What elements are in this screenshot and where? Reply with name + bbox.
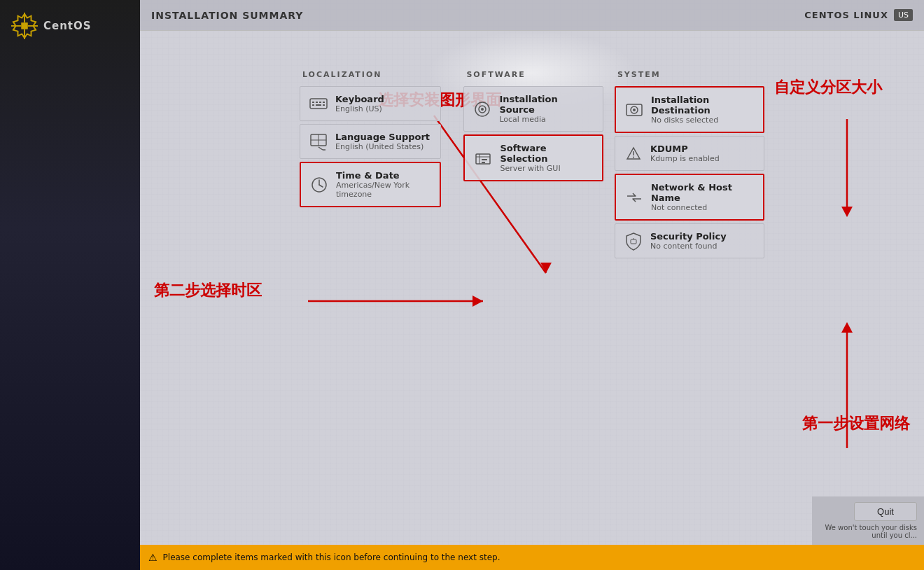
security-policy-subtitle: No content found xyxy=(650,242,727,251)
software-selection-title: Software Selection xyxy=(500,143,594,164)
software-selection-text: Software Selection Server with GUI xyxy=(500,143,594,173)
annotation-custom-partition: 自定义分区大小 xyxy=(774,77,882,98)
svg-marker-8 xyxy=(540,263,552,273)
svg-point-43 xyxy=(633,157,634,158)
language-support-text: Language Support English (United States) xyxy=(335,132,430,151)
language-support-icon xyxy=(309,132,328,151)
software-header: SOFTWARE xyxy=(463,70,592,79)
annotation-select-timezone: 第二步选择时区 xyxy=(154,280,262,301)
keyboard-text: Keyboard English (US) xyxy=(335,94,384,113)
installation-destination-tile[interactable]: Installation Destination No disks select… xyxy=(615,86,764,133)
installation-source-icon xyxy=(472,99,492,119)
installation-destination-icon xyxy=(624,100,644,120)
network-host-name-icon xyxy=(624,188,644,207)
warning-icon: ⚠ xyxy=(148,552,158,563)
svg-rect-19 xyxy=(323,102,325,103)
network-host-name-tile[interactable]: Network & Host Name Not connected xyxy=(615,174,764,221)
bottombar: ⚠ Please complete items marked with this… xyxy=(140,545,924,570)
svg-marker-12 xyxy=(841,207,853,217)
installation-destination-title: Installation Destination xyxy=(651,95,755,116)
software-selection-subtitle: Server with GUI xyxy=(500,164,594,173)
svg-marker-10 xyxy=(472,296,483,307)
language-support-subtitle: English (United States) xyxy=(335,142,430,151)
svg-point-41 xyxy=(633,109,636,111)
sections-container: LOCALIZATION Keyboard xyxy=(300,70,764,258)
svg-rect-22 xyxy=(323,104,325,106)
kdump-tile[interactable]: KDUMP Kdump is enabled xyxy=(615,136,764,171)
security-policy-icon xyxy=(624,231,643,251)
installation-source-tile[interactable]: Installation Source Local media xyxy=(463,86,603,132)
installation-destination-text: Installation Destination No disks select… xyxy=(651,95,755,125)
security-policy-tile[interactable]: Security Policy No content found xyxy=(615,223,764,258)
svg-rect-17 xyxy=(316,102,318,103)
software-selection-icon xyxy=(473,148,493,168)
quit-area: Quit We won't touch your disks until you… xyxy=(812,496,924,545)
centos-logo-icon xyxy=(11,13,38,39)
localization-header: LOCALIZATION xyxy=(300,70,441,79)
svg-rect-44 xyxy=(631,239,636,244)
time-date-subtitle: Americas/New York timezone xyxy=(336,181,431,199)
installation-destination-subtitle: No disks selected xyxy=(651,116,755,125)
time-date-icon xyxy=(309,175,329,195)
installation-source-text: Installation Source Local media xyxy=(499,94,594,124)
keyboard-tile[interactable]: Keyboard English (US) xyxy=(300,86,441,121)
network-host-name-title: Network & Host Name xyxy=(651,182,755,203)
svg-line-26 xyxy=(318,147,323,150)
software-section: SOFTWARE Installation Source Local media xyxy=(463,70,592,181)
security-policy-title: Security Policy xyxy=(650,231,727,242)
language-support-tile[interactable]: Language Support English (United States) xyxy=(300,124,441,159)
keyboard-subtitle: English (US) xyxy=(335,104,384,113)
centos-logo-text: CentOS xyxy=(43,20,92,32)
svg-point-33 xyxy=(481,108,484,111)
quit-button[interactable]: Quit xyxy=(854,502,917,521)
time-date-title: Time & Date xyxy=(336,170,431,181)
installation-source-title: Installation Source xyxy=(499,94,594,115)
svg-line-30 xyxy=(319,185,323,187)
system-header: SYSTEM xyxy=(615,70,764,79)
bottombar-text: Please complete items marked with this i… xyxy=(163,552,500,562)
kdump-subtitle: Kdump is enabled xyxy=(650,154,720,163)
svg-marker-14 xyxy=(841,322,853,333)
topbar-right: CENTOS LINUX US xyxy=(804,9,913,21)
svg-rect-2 xyxy=(21,22,28,29)
keyboard-icon xyxy=(309,94,328,113)
keyboard-title: Keyboard xyxy=(335,94,384,104)
software-selection-tile[interactable]: Software Selection Server with GUI xyxy=(463,134,603,181)
main-content: INSTALLATION SUMMARY CENTOS LINUX US 选择安… xyxy=(140,0,924,570)
svg-rect-37 xyxy=(482,159,487,160)
centos-linux-label: CENTOS LINUX xyxy=(804,10,888,20)
svg-rect-16 xyxy=(312,102,314,103)
annotation-setup-network: 第一步设置网络 xyxy=(802,413,910,434)
svg-rect-15 xyxy=(310,99,327,109)
svg-rect-20 xyxy=(312,104,314,106)
installation-title: INSTALLATION SUMMARY xyxy=(151,10,303,21)
svg-rect-18 xyxy=(319,102,321,103)
localization-section: LOCALIZATION Keyboard xyxy=(300,70,441,207)
kdump-icon xyxy=(624,144,643,163)
time-date-tile[interactable]: Time & Date Americas/New York timezone xyxy=(300,162,441,207)
quit-note: We won't touch your disks until you cl..… xyxy=(819,524,917,539)
centos-logo: CentOS xyxy=(0,0,140,52)
svg-rect-38 xyxy=(482,162,485,163)
topbar: INSTALLATION SUMMARY CENTOS LINUX US xyxy=(140,0,924,31)
kdump-title: KDUMP xyxy=(650,144,720,154)
language-support-title: Language Support xyxy=(335,132,430,142)
installation-source-subtitle: Local media xyxy=(499,115,594,124)
sidebar: CentOS xyxy=(0,0,140,570)
language-badge: US xyxy=(894,9,913,21)
svg-rect-21 xyxy=(316,104,321,106)
time-date-text: Time & Date Americas/New York timezone xyxy=(336,170,431,199)
network-host-name-text: Network & Host Name Not connected xyxy=(651,182,755,212)
security-policy-text: Security Policy No content found xyxy=(650,231,727,251)
system-section: SYSTEM Installation Destination No disks… xyxy=(615,70,764,258)
network-host-name-subtitle: Not connected xyxy=(651,203,755,212)
kdump-text: KDUMP Kdump is enabled xyxy=(650,144,720,163)
